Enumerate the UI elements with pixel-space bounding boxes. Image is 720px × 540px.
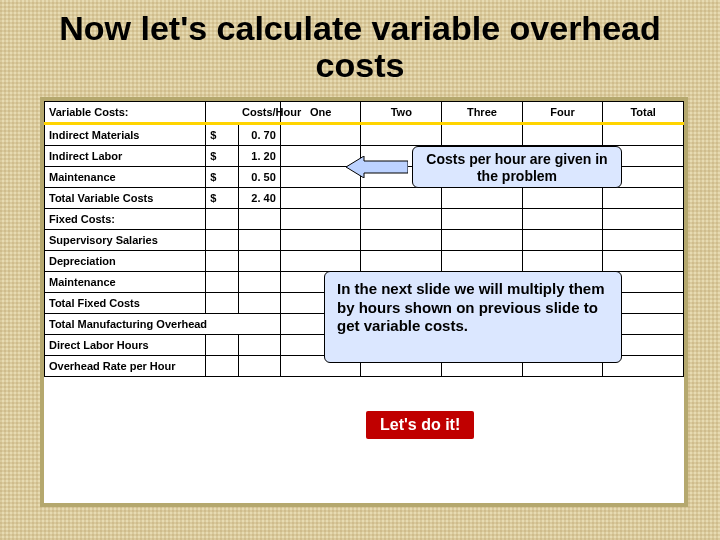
header-three: Three	[442, 101, 523, 123]
row-label: Total Fixed Costs	[45, 292, 206, 313]
currency: $	[206, 123, 238, 145]
row-label: Indirect Materials	[45, 123, 206, 145]
table-row: Supervisory Salaries	[45, 229, 684, 250]
row-value: 1. 20	[238, 145, 280, 166]
callout-costs-per-hour: Costs per hour are given in the problem	[412, 146, 622, 188]
currency: $	[206, 187, 238, 208]
row-label: Supervisory Salaries	[45, 229, 206, 250]
content-panel: Variable Costs: Costs/Hour One Two Three…	[40, 97, 688, 507]
row-label: Maintenance	[45, 166, 206, 187]
currency: $	[206, 145, 238, 166]
table-row: Depreciation	[45, 250, 684, 271]
table-row-total: Total Variable Costs $ 2. 40	[45, 187, 684, 208]
table-header-row: Variable Costs: Costs/Hour One Two Three…	[45, 101, 684, 123]
callout-lets-do-it: Let's do it!	[366, 411, 474, 439]
row-label: Total Manufacturing Overhead	[45, 313, 281, 334]
row-value: 0. 50	[238, 166, 280, 187]
header-rowlabel: Variable Costs:	[45, 101, 206, 123]
header-costs-hour	[206, 101, 238, 123]
callout-next-slide: In the next slide we will multiply them …	[324, 271, 622, 363]
header-costs-hour-text: Costs/Hour	[238, 101, 280, 123]
row-label: Indirect Labor	[45, 145, 206, 166]
header-four: Four	[522, 101, 603, 123]
row-value: 2. 40	[238, 187, 280, 208]
svg-marker-0	[346, 156, 408, 178]
slide: Now let's calculate variable overhead co…	[0, 0, 720, 540]
page-title: Now let's calculate variable overhead co…	[40, 10, 680, 85]
header-two: Two	[361, 101, 442, 123]
currency: $	[206, 166, 238, 187]
row-value: 0. 70	[238, 123, 280, 145]
row-label: Fixed Costs:	[45, 208, 206, 229]
row-label: Depreciation	[45, 250, 206, 271]
arrow-left-icon	[346, 156, 408, 178]
table-row: Indirect Materials $ 0. 70	[45, 123, 684, 145]
table-row-heading: Fixed Costs:	[45, 208, 684, 229]
row-label: Direct Labor Hours	[45, 334, 206, 355]
row-label: Maintenance	[45, 271, 206, 292]
row-label: Overhead Rate per Hour	[45, 355, 206, 376]
row-label: Total Variable Costs	[45, 187, 206, 208]
header-total: Total	[603, 101, 684, 123]
